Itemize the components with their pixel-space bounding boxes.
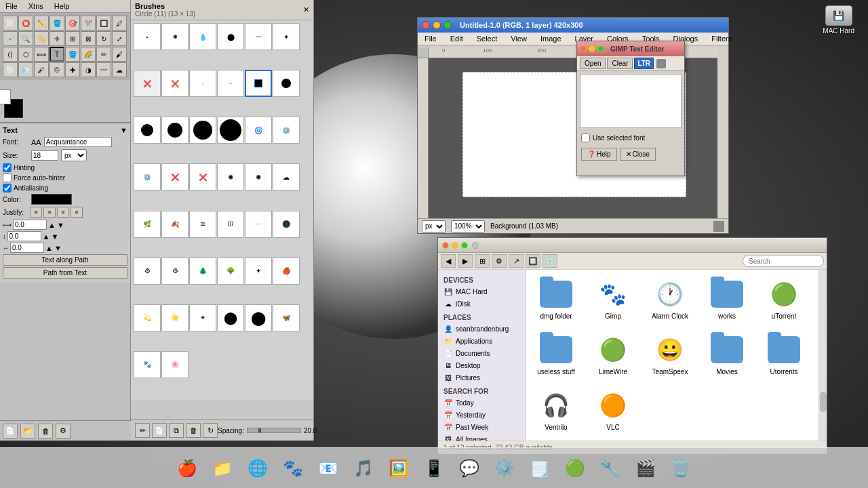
- brush-item[interactable]: ✴: [189, 304, 216, 331]
- zoom-select[interactable]: 100%: [451, 220, 485, 232]
- te-max-dot[interactable]: [597, 45, 604, 52]
- tool-perspective[interactable]: ⬡: [18, 47, 33, 62]
- brush-item[interactable]: 〰: [245, 23, 272, 50]
- brush-item[interactable]: ⚙: [134, 258, 161, 285]
- background-color[interactable]: [0, 89, 11, 104]
- brush-item[interactable]: 🐾: [134, 351, 161, 378]
- justify-center[interactable]: ≡: [43, 207, 56, 218]
- justify-fill[interactable]: ≡: [71, 207, 83, 218]
- dock-item-tools[interactable]: 🔧: [595, 453, 626, 484]
- brush-edit-btn[interactable]: ✏: [135, 423, 150, 438]
- fm-item-alarm-clock[interactable]: 🕐 Alarm Clock: [646, 275, 694, 323]
- size-input[interactable]: [31, 150, 58, 161]
- gimp-menu-filters[interactable]: Filters: [707, 33, 736, 44]
- letter-spacing-up[interactable]: ▲: [45, 244, 53, 252]
- brush-item[interactable]: [217, 117, 244, 144]
- brush-item[interactable]: ✦: [245, 258, 272, 285]
- gimp-close-btn[interactable]: [422, 21, 430, 29]
- dock-item-settings[interactable]: ⚙️: [489, 453, 520, 484]
- indent-stepper-up[interactable]: ▲: [48, 221, 56, 229]
- fm-view-btn[interactable]: ⊞: [475, 254, 490, 268]
- brush-item[interactable]: 🦋: [273, 304, 300, 331]
- brush-item[interactable]: ⋯: [245, 211, 272, 238]
- brush-item-selected[interactable]: [245, 70, 272, 97]
- tool-airbrush[interactable]: 💨: [18, 62, 33, 77]
- antialiasing-checkbox[interactable]: [3, 184, 12, 192]
- fm-burn-btn[interactable]: 💿: [542, 254, 557, 268]
- fm-item-vlc[interactable]: 🟠 VLC: [589, 386, 637, 434]
- sidebar-pictures[interactable]: 🖼 Pictures: [438, 371, 526, 384]
- brush-item[interactable]: ☁: [273, 163, 300, 190]
- dock-item-music[interactable]: 🎵: [348, 453, 379, 484]
- tool-convolve[interactable]: ☁: [112, 62, 127, 77]
- tool-foreground[interactable]: 🔲: [96, 16, 111, 30]
- brush-item[interactable]: 🌸: [161, 351, 189, 378]
- fm-scrollbar[interactable]: [818, 270, 827, 441]
- fm-item-ventrilo[interactable]: 🎧 Ventrilo: [532, 386, 580, 434]
- brush-item[interactable]: ❌: [189, 163, 216, 190]
- tool-by-color[interactable]: 🎯: [65, 16, 80, 30]
- tool-paintbrush[interactable]: 🖌: [112, 47, 127, 62]
- brush-item[interactable]: 🌳: [217, 258, 244, 285]
- tool-crop[interactable]: ⊠: [81, 31, 96, 46]
- sidebar-mac-hard[interactable]: 💾 MAC Hard: [438, 285, 526, 298]
- tool-measure[interactable]: 📏: [34, 31, 49, 46]
- brush-item[interactable]: ❌: [134, 70, 161, 97]
- dock-item-files[interactable]: 📁: [207, 453, 238, 484]
- brush-item[interactable]: 💧: [189, 23, 216, 50]
- fm-item-movies[interactable]: Movies: [703, 331, 751, 378]
- unit-select[interactable]: px: [422, 220, 446, 232]
- fm-forward-btn[interactable]: ▶: [458, 254, 473, 268]
- tool-pencil[interactable]: ✏: [96, 47, 111, 62]
- brush-item[interactable]: ⬤: [217, 304, 244, 331]
- brush-item[interactable]: ⬤: [245, 304, 272, 331]
- color-swatch[interactable]: [31, 194, 72, 205]
- brush-item[interactable]: ///: [217, 211, 244, 238]
- te-help-btn[interactable]: ❓ Help: [581, 148, 617, 161]
- sidebar-all-images[interactable]: 🖼 All Images: [438, 433, 526, 441]
- gimp-max-btn[interactable]: [443, 21, 452, 29]
- menu-help[interactable]: Help: [52, 1, 73, 11]
- brush-item[interactable]: ·: [189, 70, 216, 97]
- sidebar-documents[interactable]: 📄 Documents: [438, 347, 526, 359]
- text-editor-content[interactable]: [580, 74, 682, 128]
- fm-item-utorrent[interactable]: 🟢 uTorrent: [760, 275, 808, 323]
- tool-dodge[interactable]: ◑: [81, 62, 96, 77]
- fm-extra-btn[interactable]: [472, 242, 479, 249]
- tool-zoom[interactable]: 🔍: [18, 31, 33, 46]
- size-unit-select[interactable]: px pt: [61, 149, 87, 161]
- tool-align[interactable]: ⊞: [65, 31, 80, 46]
- te-close-dot[interactable]: [580, 45, 587, 52]
- brushes-close[interactable]: ✕: [303, 5, 309, 14]
- brush-item[interactable]: 🌲: [189, 258, 216, 285]
- te-clear-btn[interactable]: Clear: [607, 58, 633, 69]
- dock-item-mail[interactable]: 📧: [313, 453, 344, 484]
- tool-rotate[interactable]: ↻: [96, 31, 111, 46]
- tool-text[interactable]: T: [50, 47, 64, 62]
- fm-item-utorrents[interactable]: Utorrents: [760, 331, 808, 378]
- brush-item[interactable]: 🌿: [134, 211, 161, 238]
- menu-xtns[interactable]: Xtns: [26, 1, 46, 11]
- tool-scale[interactable]: ⤢: [112, 31, 127, 46]
- dock-item-chat[interactable]: 💬: [454, 453, 485, 484]
- fm-share-btn[interactable]: ↗: [509, 254, 524, 268]
- mac-hard-drive[interactable]: 💾 MAC Hard: [823, 5, 854, 35]
- dock-item-browser[interactable]: 🌐: [242, 453, 273, 484]
- dock-item-finder[interactable]: 🍎: [172, 453, 203, 484]
- tool-paths[interactable]: 🖊: [112, 16, 127, 30]
- tool-bucket[interactable]: 🪣: [65, 47, 80, 62]
- letter-spacing-input[interactable]: [10, 243, 44, 253]
- brush-item[interactable]: 💫: [134, 304, 161, 331]
- use-selected-font-checkbox[interactable]: [581, 134, 590, 142]
- line-spacing-input[interactable]: [7, 231, 41, 241]
- fm-search-input[interactable]: [743, 255, 824, 267]
- gimp-menu-edit[interactable]: Edit: [446, 33, 467, 44]
- te-close-window-btn[interactable]: ✕ Close: [620, 148, 656, 161]
- tool-heal[interactable]: ✚: [65, 62, 80, 77]
- fm-max-btn[interactable]: [461, 242, 468, 249]
- brush-item[interactable]: ✱: [161, 23, 189, 50]
- sidebar-today[interactable]: 📅 Today: [438, 396, 526, 409]
- gimp-menu-image[interactable]: Image: [536, 33, 566, 44]
- fm-close-btn[interactable]: [442, 242, 449, 249]
- path-from-text-btn[interactable]: Path from Text: [3, 267, 127, 279]
